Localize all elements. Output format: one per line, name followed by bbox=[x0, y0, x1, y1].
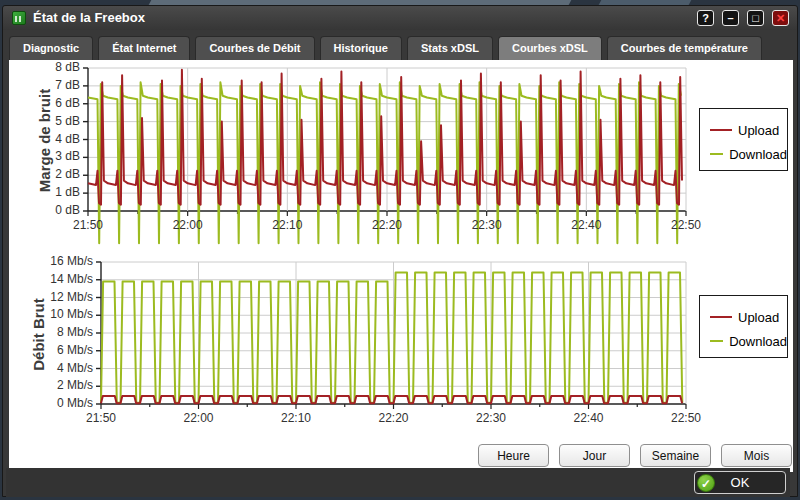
minimize-button[interactable]: – bbox=[722, 10, 739, 26]
x-tick-label: 22:10 bbox=[274, 411, 318, 425]
noise-margin-legend: Upload Download bbox=[699, 108, 788, 171]
y-tick-label: 0 Mb/s bbox=[41, 396, 93, 410]
x-tick-label: 22:40 bbox=[564, 218, 608, 232]
tab-etat-internet[interactable]: État Internet bbox=[98, 36, 190, 60]
y-tick-label: 4 Mb/s bbox=[41, 361, 93, 375]
month-button[interactable]: Mois bbox=[721, 444, 792, 467]
legend-label: Download bbox=[729, 334, 787, 349]
help-button[interactable]: ? bbox=[697, 10, 714, 26]
tab-courbes-de-debit[interactable]: Courbes de Débit bbox=[195, 36, 314, 60]
noise-margin-axis-title: Marge de bruit bbox=[36, 71, 53, 211]
download-line-swatch bbox=[710, 153, 723, 155]
x-tick-label: 22:40 bbox=[567, 411, 611, 425]
download-line-swatch bbox=[710, 340, 723, 342]
ok-label: OK bbox=[731, 475, 750, 490]
legend-item-download: Download bbox=[710, 142, 787, 166]
tab-courbes-xdsl[interactable]: Courbes xDSL bbox=[498, 36, 602, 60]
throughput-legend: Upload Download bbox=[699, 295, 788, 358]
y-tick-label: 10 Mb/s bbox=[41, 307, 93, 321]
legend-item-upload: Upload bbox=[710, 305, 787, 329]
upload-line-swatch bbox=[710, 129, 732, 131]
x-tick-label: 21:50 bbox=[79, 411, 123, 425]
day-button[interactable]: Jour bbox=[559, 444, 630, 467]
close-button[interactable]: ✕ bbox=[772, 10, 789, 26]
tab-courbes-de-temperature[interactable]: Courbes de température bbox=[607, 36, 762, 60]
freebox-app-icon bbox=[12, 11, 26, 25]
time-range-buttons: Heure Jour Semaine Mois bbox=[478, 444, 792, 467]
y-tick-label: 16 Mb/s bbox=[41, 254, 93, 268]
tab-stats-xdsl[interactable]: Stats xDSL bbox=[407, 36, 493, 60]
legend-label: Download bbox=[729, 147, 787, 162]
x-tick-label: 22:30 bbox=[465, 218, 509, 232]
y-tick-label: 8 Mb/s bbox=[41, 325, 93, 339]
check-icon: ✓ bbox=[697, 474, 715, 492]
x-tick-label: 22:20 bbox=[372, 411, 416, 425]
screen: État de la Freebox ? – □ ✕ Diagnostic Ét… bbox=[0, 0, 800, 500]
x-tick-label: 22:00 bbox=[177, 411, 221, 425]
maximize-button[interactable]: □ bbox=[747, 10, 764, 26]
x-tick-label: 22:50 bbox=[664, 411, 708, 425]
y-tick-label: 2 Mb/s bbox=[41, 378, 93, 392]
legend-label: Upload bbox=[738, 310, 779, 325]
x-tick-label: 22:30 bbox=[469, 411, 513, 425]
x-tick-label: 21:50 bbox=[66, 218, 110, 232]
window-titlebar: État de la Freebox ? – □ ✕ bbox=[3, 6, 797, 30]
window-controls: ? – □ ✕ bbox=[697, 10, 789, 26]
ok-button[interactable]: ✓ OK bbox=[694, 471, 786, 494]
x-tick-label: 22:00 bbox=[166, 218, 210, 232]
y-tick-label: 14 Mb/s bbox=[41, 272, 93, 286]
upload-line-swatch bbox=[710, 316, 732, 318]
y-tick-label: 12 Mb/s bbox=[41, 290, 93, 304]
hour-button[interactable]: Heure bbox=[478, 444, 549, 467]
tab-bar: Diagnostic État Internet Courbes de Débi… bbox=[9, 32, 791, 60]
window-title: État de la Freebox bbox=[33, 10, 145, 25]
legend-label: Upload bbox=[738, 123, 779, 138]
y-tick-label: 6 Mb/s bbox=[41, 343, 93, 357]
x-tick-label: 22:10 bbox=[265, 218, 309, 232]
week-button[interactable]: Semaine bbox=[640, 444, 711, 467]
throughput-axis-title: Débit Brut bbox=[30, 275, 47, 395]
tab-diagnostic[interactable]: Diagnostic bbox=[9, 36, 93, 60]
x-tick-label: 22:50 bbox=[664, 218, 708, 232]
x-tick-label: 22:20 bbox=[365, 218, 409, 232]
legend-item-download: Download bbox=[710, 329, 787, 353]
bottom-bar: ✓ OK bbox=[6, 468, 790, 497]
legend-item-upload: Upload bbox=[710, 118, 787, 142]
tab-historique[interactable]: Historique bbox=[320, 36, 402, 60]
